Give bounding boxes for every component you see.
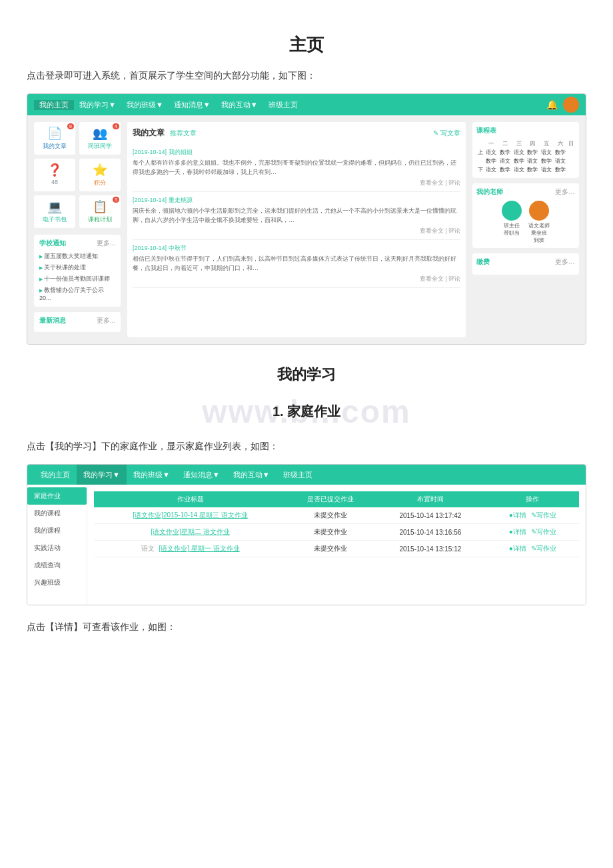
teacher-title: 我的老师 更多… [476, 187, 575, 197]
icon-label-points: 积分 [94, 179, 106, 186]
icon-label-articles: 我的文章 [43, 143, 67, 149]
nav-item-notice[interactable]: 通知消息▼ [169, 100, 216, 110]
center-content: 我的文章 推荐文章 ✎ 写文章 [2019-10-14] 我的姐姐 每个人都有许… [127, 122, 466, 337]
cal-period-pm: 下 [476, 165, 484, 174]
teacher-2[interactable]: 语文老师乘坐班到班 [528, 201, 550, 244]
cal-th-1: 一 [484, 139, 498, 148]
notice-item-1[interactable]: 届五届数大奖结通知 [39, 251, 115, 262]
article-1-text: 每个人都有许许多多的意义姐姐。我也不例外，完形我到哥哥架到的位置我就一觉得的难看… [133, 159, 460, 177]
icon-card-plan[interactable]: 3 📋 课程计划 [79, 195, 121, 228]
hw-time-3: 2015-10-14 13:15:12 [374, 541, 486, 557]
nav-bar: 我的主页 我的学习▼ 我的班级▼ 通知消息▼ 我的互动▼ 班级主页 🔔 [27, 94, 586, 115]
calendar-widget: 课程表 一 二 三 四 五 六 日 上 语文 [472, 122, 579, 178]
badge-classmates: 4 [113, 123, 119, 129]
articles-header: 我的文章 推荐文章 ✎ 写文章 [133, 127, 460, 139]
cal-th-7: 日 [567, 139, 575, 148]
article-2-footer[interactable]: 查看全文 | 评论 [133, 227, 460, 235]
article-2: [2019-10-14] 重走桃源 国庆长余，顿据地六顿的小学生活剧影到之完全，… [133, 192, 460, 240]
school-notice-more[interactable]: 更多... [97, 239, 115, 248]
question-icon: ❓ [37, 163, 73, 177]
laptop-icon: 💻 [37, 199, 73, 214]
icon-card-articles[interactable]: 9 📄 我的文章 [34, 122, 75, 155]
hw-detail-btn-3[interactable]: ●详情 [509, 545, 526, 552]
article-3-footer[interactable]: 查看全文 | 评论 [133, 275, 460, 283]
teacher-1-avatar [502, 201, 522, 221]
notice-item-4[interactable]: 教督辅办公厅关于公示20... [39, 285, 115, 303]
articles-icon: 📄 [37, 126, 73, 141]
plan-icon: 📋 [82, 199, 118, 214]
hw-time-1: 2015-10-14 13:17:42 [374, 507, 486, 524]
article-1: [2019-10-14] 我的姐姐 每个人都有许许多多的意义姐姐。我也不例外，完… [133, 144, 460, 192]
icon-label-plan: 课程计划 [88, 216, 112, 223]
classmates-icon: 👥 [82, 126, 118, 141]
badge-plan: 3 [113, 197, 119, 203]
nav2-class[interactable]: 我的班级▼ [127, 465, 177, 485]
latest-news-widget: 最新消息 更多... [34, 312, 121, 332]
teacher-more[interactable]: 更多… [555, 187, 575, 197]
nav2-learning[interactable]: 我的学习▼ [77, 465, 127, 485]
icon-card-points[interactable]: ⭐ 积分 [79, 159, 121, 191]
hw-link-3[interactable]: [语文作业] 星期一 语文作业 [159, 545, 239, 552]
hw-detail-btn-2[interactable]: ●详情 [509, 528, 526, 535]
nav-item-home[interactable]: 我的主页 [34, 100, 74, 110]
article-3-text: 相信已关到中秋在节得于到了，人们到高来到，以高种节目到过高多媒体方式表达了传统节… [133, 255, 460, 273]
hw-write-btn-1[interactable]: ✎写作业 [531, 511, 556, 519]
article-1-footer[interactable]: 查看全文 | 评论 [133, 179, 460, 187]
nav-item-learning[interactable]: 我的学习▼ [74, 100, 121, 110]
fee-title: 缴费 更多… [476, 257, 575, 267]
recommended-tab[interactable]: 推荐文章 [170, 129, 197, 138]
menu-item-interest[interactable]: 兴趣班级 [27, 574, 87, 591]
school-notice-title: 学校通知 更多... [39, 239, 115, 248]
hw-submitted-3: 未提交作业 [287, 541, 374, 557]
hw-row-1: [语文作业]2015-10-14 星期三 语文作业 未提交作业 2015-10-… [94, 507, 579, 524]
menu-item-homework[interactable]: 家庭作业 [27, 487, 87, 505]
hw-link-2[interactable]: [语文作业]星期二 语文作业 [151, 528, 229, 535]
nav-item-class[interactable]: 我的班级▼ [121, 100, 169, 110]
nav-right: 🔔 [546, 97, 579, 113]
icon-card-ebook[interactable]: 💻 电子书包 [34, 195, 75, 228]
hw-link-1[interactable]: [语文作业]2015-10-14 星期三 语文作业 [133, 511, 247, 519]
cal-th-2: 二 [498, 139, 512, 148]
menu-item-mycourse[interactable]: 我的课程 [27, 505, 87, 522]
nav-item-interact[interactable]: 我的互动▼ [216, 100, 263, 110]
left-sidebar: 9 📄 我的文章 4 👥 同班同学 ❓ 48 ⭐ 积分 [34, 122, 121, 337]
write-article-btn[interactable]: ✎ 写文章 [433, 129, 460, 138]
section-desc-main: 点击登录即可进入系统，首页展示了学生空间的大部分功能，如下图： [27, 67, 586, 84]
notice-item-3[interactable]: 十一份佃员考勤回讲课师 [39, 273, 115, 285]
hw-write-btn-2[interactable]: ✎写作业 [531, 528, 556, 535]
hw-row-2: [语文作业]星期二 语文作业 未提交作业 2015-10-14 13:16:56… [94, 524, 579, 541]
nav2-home[interactable]: 我的主页 [34, 465, 77, 485]
menu-item-activity[interactable]: 实践活动 [27, 539, 87, 557]
articles-title: 我的文章 [133, 127, 165, 139]
calendar-title: 课程表 [476, 126, 575, 135]
nav-item-classpage[interactable]: 班级主页 [263, 100, 303, 110]
hw-write-btn-3[interactable]: ✎写作业 [531, 545, 556, 552]
learning-title: 我的学习 [27, 365, 586, 385]
notice-item-2[interactable]: 关于秋课的处理 [39, 262, 115, 273]
hw-submitted-2: 未提交作业 [287, 524, 374, 541]
nav2-notice[interactable]: 通知消息▼ [177, 465, 227, 485]
nav2-classpage[interactable]: 班级主页 [277, 465, 319, 485]
screenshot-homework: 我的主页 我的学习▼ 我的班级▼ 通知消息▼ 我的互动▼ 班级主页 家庭作业 我… [27, 464, 586, 605]
school-notice-list: 届五届数大奖结通知 关于秋课的处理 十一份佃员考勤回讲课师 教督辅办公厅关于公示… [39, 251, 115, 303]
teacher-1[interactable]: 班主任带职当 [502, 201, 522, 244]
col-time: 布置时间 [374, 491, 486, 507]
watermark-area: www.b...com 1. 家庭作业 [27, 391, 586, 431]
fee-more[interactable]: 更多… [555, 257, 575, 267]
content2: 家庭作业 我的课程 我的课程 实践活动 成绩查询 兴趣班级 作业标题 是否已提交… [27, 485, 586, 605]
menu-item-mycourse2[interactable]: 我的课程 [27, 522, 87, 539]
hw-detail-btn-1[interactable]: ●详情 [509, 511, 526, 519]
avatar[interactable] [563, 97, 579, 113]
nav2-interact[interactable]: 我的互动▼ [227, 465, 277, 485]
bell-icon[interactable]: 🔔 [546, 99, 558, 110]
latest-news-title: 最新消息 更多... [39, 316, 115, 325]
homework-table: 作业标题 是否已提交作业 布置时间 操作 [语文作业]2015-10-14 星期… [94, 491, 579, 557]
latest-news-more[interactable]: 更多... [97, 316, 115, 325]
col-title: 作业标题 [94, 491, 287, 507]
icon-card-48[interactable]: ❓ 48 [34, 159, 75, 191]
menu-item-scores[interactable]: 成绩查询 [27, 557, 87, 574]
icon-card-classmates[interactable]: 4 👥 同班同学 [79, 122, 121, 155]
section-desc-detail: 点击【详情】可查看该作业，如图： [27, 619, 586, 635]
teacher-widget: 我的老师 更多… 班主任带职当 语文老师乘坐班到班 [472, 183, 579, 248]
hw-submitted-1: 未提交作业 [287, 507, 374, 524]
